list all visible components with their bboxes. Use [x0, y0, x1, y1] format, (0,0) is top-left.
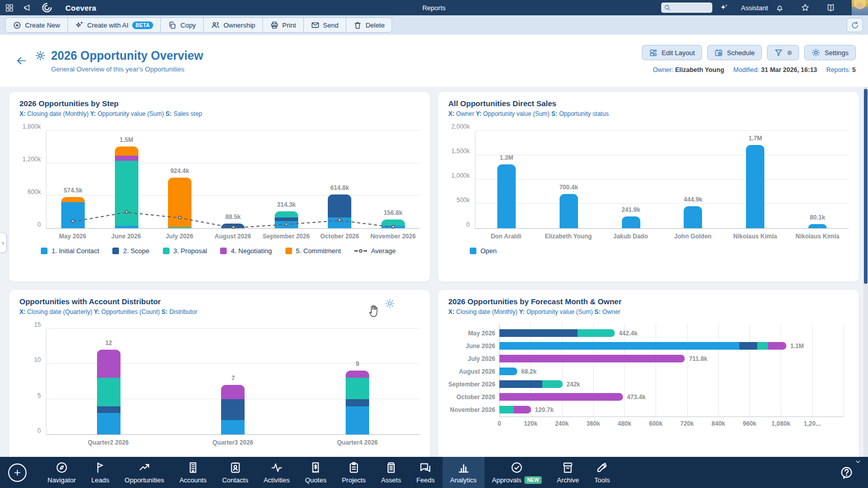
- header-button-settings[interactable]: Settings: [804, 45, 856, 60]
- vertical-scrollbar[interactable]: [863, 87, 868, 457]
- nav-item-contacts[interactable]: Contacts: [214, 457, 256, 488]
- bar-segment[interactable]: [499, 368, 517, 375]
- bar-segment[interactable]: [499, 393, 623, 401]
- legend-item[interactable]: 2. Scope: [112, 247, 149, 255]
- bar-segment[interactable]: [746, 145, 764, 228]
- nav-item-assets[interactable]: Assets: [373, 457, 408, 488]
- header-button-edit-layout[interactable]: Edit Layout: [642, 45, 702, 60]
- chart-direct-sales: 2,000k1,500k1,000k500k01.3M700.4k241.9k4…: [448, 131, 849, 240]
- nav-item-tools[interactable]: Tools: [587, 457, 617, 488]
- nav-item-leads[interactable]: Leads: [84, 457, 117, 488]
- panel-settings-gear-icon[interactable]: [384, 298, 395, 309]
- bar-segment[interactable]: [499, 355, 685, 362]
- back-arrow-icon[interactable]: [15, 55, 28, 67]
- report-gear-icon[interactable]: [35, 50, 46, 61]
- bar-segment[interactable]: [560, 194, 578, 228]
- search-input[interactable]: [680, 4, 719, 11]
- help-icon[interactable]: [839, 466, 854, 480]
- bar-segment[interactable]: [622, 216, 640, 228]
- toolbar-button-delete[interactable]: Delete: [346, 17, 393, 33]
- bar-segment[interactable]: [542, 380, 562, 388]
- bar-segment[interactable]: [221, 399, 245, 421]
- legend-item[interactable]: 3. Proposal: [163, 247, 207, 255]
- toolbar-button-copy[interactable]: Copy: [160, 17, 203, 33]
- header-button-schedule[interactable]: Schedule: [707, 45, 762, 60]
- search-box[interactable]: [661, 3, 712, 13]
- axis-prefix: Y:: [88, 110, 98, 117]
- toolbar-button-ownership[interactable]: Ownership: [203, 17, 263, 33]
- chart-title: All Opportunities Direct Sales: [448, 99, 849, 108]
- legend-swatch: [112, 248, 119, 254]
- toolbar-button-print[interactable]: Print: [262, 17, 304, 33]
- dashboard-grid: 2026 Opportunities by Step X: Closing da…: [0, 87, 868, 457]
- bar-segment[interactable]: [346, 371, 369, 378]
- nav-item-projects[interactable]: Projects: [334, 457, 373, 488]
- bar-segment[interactable]: [808, 224, 827, 228]
- nav-item-opportunities[interactable]: Opportunities: [117, 457, 172, 488]
- expand-side-panel-tab[interactable]: ›: [0, 232, 7, 253]
- add-button[interactable]: [8, 463, 27, 482]
- bar-segment[interactable]: [684, 206, 702, 228]
- legend-label: Open: [480, 247, 497, 255]
- book-icon[interactable]: [826, 3, 835, 12]
- legend-item[interactable]: Open: [470, 247, 497, 255]
- bar-segment[interactable]: [499, 406, 514, 413]
- filter-button[interactable]: [767, 45, 799, 60]
- axis-description: Opportunity status: [559, 110, 609, 117]
- x-tick-label: 120k: [524, 420, 538, 427]
- bar-value-label: 473.4k: [627, 394, 646, 401]
- chart-legend: Open: [470, 247, 849, 255]
- collapse-nav-chevron-icon[interactable]: [854, 458, 862, 466]
- bar-segment[interactable]: [757, 342, 767, 350]
- legend-item-average[interactable]: Average: [354, 247, 396, 255]
- top-bar: Coevera Reports Assistant: [0, 0, 868, 15]
- legend-item[interactable]: 1. Initial Contact: [41, 247, 99, 255]
- nav-item-analytics[interactable]: Analytics: [443, 457, 485, 488]
- legend-item[interactable]: 5. Commitment: [285, 247, 341, 255]
- toolbar-button-create-with-ai[interactable]: Create with AIBETA: [67, 17, 161, 33]
- x-axis-labels: Quarter2 2026Quarter3 2026Quarter4 2026: [46, 439, 420, 446]
- nav-item-navigator[interactable]: Navigator: [40, 457, 84, 488]
- star-icon[interactable]: [801, 3, 810, 12]
- megaphone-icon[interactable]: [23, 3, 32, 12]
- bar-segment[interactable]: [499, 329, 577, 337]
- nav-item-feeds[interactable]: Feeds: [408, 457, 442, 488]
- bar-segment[interactable]: [221, 385, 245, 399]
- x-tick-label: 960k: [743, 420, 757, 427]
- legend-item[interactable]: 4. Negotiating: [220, 247, 272, 255]
- bar-segment[interactable]: [221, 420, 245, 434]
- y-axis: 1,800k1,200k600k0: [19, 131, 46, 229]
- user-avatar[interactable]: [852, 0, 868, 15]
- toolbar-button-create-new[interactable]: Create New: [5, 17, 68, 33]
- bar-value-label: 442.4k: [619, 330, 638, 337]
- nav-item-accounts[interactable]: Accounts: [172, 457, 214, 488]
- bell-icon[interactable]: [775, 3, 784, 12]
- nav-item-activities[interactable]: Activities: [256, 457, 297, 488]
- nav-item-archive[interactable]: Archive: [549, 457, 587, 488]
- scrollbar-thumb[interactable]: [864, 89, 867, 284]
- x-tick-label: 0: [498, 420, 501, 427]
- bar-segment[interactable]: [499, 342, 739, 350]
- bar-segment[interactable]: [768, 342, 786, 350]
- x-axis-labels: Don AraldiElizabeth YoungJakub DadoJohn …: [475, 233, 849, 240]
- bar-segment[interactable]: [346, 378, 369, 399]
- bar-segment[interactable]: [97, 413, 120, 434]
- refresh-button[interactable]: [847, 18, 863, 32]
- app-grid-icon[interactable]: [5, 4, 14, 12]
- action-toolbar: Create NewCreate with AIBETACopyOwnershi…: [0, 15, 868, 35]
- bar-segment[interactable]: [499, 380, 542, 388]
- bar-segment[interactable]: [346, 406, 369, 434]
- bar-segment[interactable]: [497, 164, 516, 228]
- nav-item-approvals[interactable]: ApprovalsNEW: [485, 457, 549, 488]
- bar-segment[interactable]: [97, 406, 120, 413]
- toolbar-button-send[interactable]: Send: [303, 17, 346, 33]
- bar-segment[interactable]: [739, 342, 758, 350]
- bar-segment[interactable]: [97, 378, 120, 406]
- nav-item-quotes[interactable]: Quotes: [297, 457, 334, 488]
- bar-segment[interactable]: [577, 329, 615, 337]
- bar-segment[interactable]: [97, 350, 120, 378]
- brand-logo[interactable]: Coevera: [41, 2, 97, 13]
- bar-segment[interactable]: [346, 399, 369, 406]
- bar-segment[interactable]: [514, 406, 531, 413]
- assistant-button[interactable]: Assistant: [719, 3, 768, 12]
